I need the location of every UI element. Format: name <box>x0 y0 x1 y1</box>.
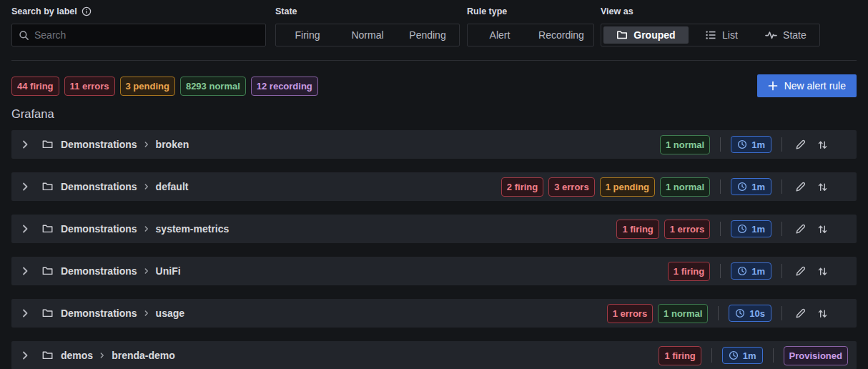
expand-chevron-icon[interactable] <box>21 225 29 233</box>
view-as-option-list[interactable]: List <box>690 26 753 44</box>
view-as-option-grouped[interactable]: Grouped <box>603 26 689 44</box>
chevron-right-icon <box>144 225 149 232</box>
state-badge: 1 pending <box>600 177 655 197</box>
evaluation-interval-badge: 1m <box>731 262 771 280</box>
section-title: Grafana <box>11 107 857 121</box>
edit-icon[interactable] <box>795 265 807 277</box>
row-right: 1 firing 1m <box>668 262 848 281</box>
evaluation-interval: 1m <box>743 351 756 360</box>
state-badge: 1 firing <box>659 346 701 365</box>
rule-group-title: Demonstrations default <box>61 181 188 192</box>
expand-chevron-icon[interactable] <box>21 309 29 318</box>
chevron-right-icon <box>144 267 149 275</box>
summary-row: 44 firing 11 errors 3 pending 8293 norma… <box>11 74 857 97</box>
rule-type-option-alert[interactable]: Alert <box>470 26 530 44</box>
new-alert-rule-button[interactable]: New alert rule <box>757 74 857 97</box>
chevron-right-icon <box>144 310 149 317</box>
expand-chevron-icon[interactable] <box>21 182 29 191</box>
divider <box>773 348 774 363</box>
alert-rules-page: Search by label State Firing Normal Pend… <box>0 0 868 369</box>
divider <box>718 306 719 320</box>
clock-icon <box>735 308 745 318</box>
folder-name: Demonstrations <box>61 265 137 277</box>
search-filter-label-text: Search by label <box>11 6 77 16</box>
search-box <box>11 24 266 46</box>
state-badge: 1 normal <box>658 304 708 323</box>
provisioned-badge: Provisioned <box>784 346 848 365</box>
expand-chevron-icon[interactable] <box>21 351 29 360</box>
evaluation-interval: 1m <box>751 140 765 149</box>
reorder-icon[interactable] <box>817 224 828 235</box>
rule-group-title: Demonstrations usage <box>61 308 184 319</box>
rule-group-row-broken[interactable]: Demonstrations broken 1 normal 1m <box>11 130 857 159</box>
search-input[interactable] <box>34 29 259 41</box>
reorder-icon[interactable] <box>817 182 828 192</box>
folder-icon <box>41 308 54 319</box>
divider <box>781 222 782 236</box>
reorder-icon[interactable] <box>817 139 828 150</box>
folder-name: Demonstrations <box>61 223 137 235</box>
rule-group-row-default[interactable]: Demonstrations default 2 firing 3 errors… <box>11 172 857 201</box>
evaluation-interval: 1m <box>751 267 765 276</box>
row-actions <box>795 139 828 150</box>
divider <box>720 264 721 278</box>
filter-bar: Search by label State Firing Normal Pend… <box>0 0 868 60</box>
clock-icon <box>737 266 747 276</box>
clock-icon <box>737 139 747 149</box>
edit-icon[interactable] <box>795 139 807 150</box>
divider <box>781 137 782 152</box>
row-right: 1 firing 1 errors 1m <box>616 220 848 239</box>
expand-chevron-icon[interactable] <box>21 267 29 275</box>
divider <box>781 306 782 320</box>
evaluation-interval-badge: 1m <box>722 347 763 364</box>
state-badge: 1 firing <box>668 262 710 281</box>
group-name: system-metrics <box>156 223 230 235</box>
rule-group-row-usage[interactable]: Demonstrations usage 1 errors 1 normal 1… <box>11 299 857 328</box>
group-name: usage <box>156 308 184 319</box>
chevron-right-icon <box>144 141 149 148</box>
state-badge: 1 errors <box>607 304 653 323</box>
folder-icon <box>616 29 628 41</box>
divider <box>720 222 721 236</box>
divider <box>720 137 721 152</box>
rule-type-option-recording[interactable]: Recording <box>531 26 591 44</box>
evaluation-interval-badge: 1m <box>731 178 771 195</box>
new-alert-rule-label: New alert rule <box>784 80 846 92</box>
info-icon <box>82 6 92 16</box>
summary-badge-pending: 3 pending <box>120 77 175 96</box>
heart-rate-icon <box>765 29 777 41</box>
state-button-group: Firing Normal Pending <box>275 24 460 46</box>
state-option-normal[interactable]: Normal <box>338 26 397 44</box>
chevron-right-icon <box>144 183 149 190</box>
folder-icon <box>41 265 54 277</box>
folder-icon <box>41 350 54 361</box>
row-actions <box>795 308 828 319</box>
rule-group-title: demos brenda-demo <box>61 350 175 361</box>
state-option-pending[interactable]: Pending <box>398 26 457 44</box>
edit-icon[interactable] <box>795 181 807 192</box>
expand-chevron-icon[interactable] <box>21 140 29 149</box>
edit-icon[interactable] <box>795 308 807 319</box>
rule-group-row-unifi[interactable]: Demonstrations UniFi 1 firing 1m <box>11 257 857 285</box>
row-actions <box>795 181 828 192</box>
rule-group-row-system-metrics[interactable]: Demonstrations system-metrics 1 firing 1… <box>11 215 857 243</box>
rule-group-row-brenda-demo[interactable]: demos brenda-demo 1 firing 1m Provisione… <box>11 341 857 369</box>
divider <box>711 348 712 363</box>
view-as-option-state[interactable]: State <box>754 26 817 44</box>
state-badge: 1 firing <box>616 220 659 239</box>
summary-badge-errors: 11 errors <box>64 77 115 96</box>
evaluation-interval: 1m <box>751 225 765 234</box>
edit-icon[interactable] <box>795 223 807 235</box>
divider <box>781 264 782 278</box>
state-option-firing[interactable]: Firing <box>278 26 337 44</box>
divider <box>720 179 721 194</box>
reorder-icon[interactable] <box>817 308 828 319</box>
clock-icon <box>729 350 739 360</box>
evaluation-interval-badge: 1m <box>731 220 771 237</box>
folder-name: Demonstrations <box>61 308 137 319</box>
row-right: 1 errors 1 normal 10s <box>607 304 848 323</box>
row-right: 2 firing 3 errors 1 pending 1 normal 1m <box>501 177 848 197</box>
view-as-filter-label: View as <box>601 6 820 17</box>
reorder-icon[interactable] <box>817 266 828 277</box>
folder-icon <box>41 139 54 150</box>
